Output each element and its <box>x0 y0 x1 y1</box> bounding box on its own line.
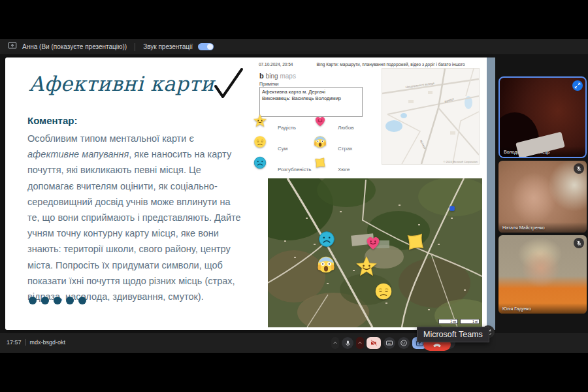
legend-item-sadness: Сум <box>260 141 320 155</box>
presentation-top-bar: Анна (Ви (показуєте презентацію)) Звук п… <box>0 39 588 54</box>
presentation-audio-label: Звук презентації <box>143 43 193 50</box>
presenting-icon <box>8 41 17 53</box>
map-marker-pillow <box>405 231 426 252</box>
progress-dots <box>29 297 86 304</box>
legend-label: Радість <box>278 125 296 131</box>
letterbox-bottom <box>0 353 588 392</box>
notes-label: Примітки <box>259 82 278 86</box>
meeting-stage: Анна (Ви (показуєте презентацію)) Звук п… <box>0 39 588 353</box>
notes-line: Афективна карта м. Дергачі <box>262 89 360 95</box>
slide-paragraph: Особливим типом ментальної карти є афект… <box>27 131 244 304</box>
video-tile-participant-2[interactable]: Наталя Майстренко <box>498 161 587 233</box>
notes-textarea: Афективна карта м. Дергачі Виконавець: В… <box>259 87 363 117</box>
shared-page-scrollbar <box>487 57 495 330</box>
svg-text:cc: cc <box>388 342 391 345</box>
map-copyright: © 2024 Microsoft Corporation <box>444 160 478 163</box>
legend-label: Розгубленість <box>278 167 311 172</box>
mic-button[interactable] <box>342 337 353 349</box>
comment-heading: Коментар: <box>27 115 77 126</box>
mic-options-button[interactable] <box>331 337 339 349</box>
mic-off-icon <box>574 238 584 248</box>
participant-name: Наталя Майстренко <box>502 225 545 230</box>
letterbox-top <box>0 0 588 39</box>
map-scale: 1 км 1 мі <box>438 319 480 324</box>
paragraph-italic: афективне мапування <box>27 149 129 159</box>
satellite-markers-layer <box>268 178 482 327</box>
video-tile-participant-3[interactable]: Юлія Гадунко <box>498 235 587 314</box>
mic-off-icon <box>574 163 584 174</box>
star-face-icon <box>260 121 273 134</box>
legend-item-joy: Радість <box>260 120 320 135</box>
confused-face-icon <box>260 163 273 176</box>
participant-name: Юлія Гадунко <box>502 306 531 311</box>
notes-line: Виконавець: Василець Володимир <box>262 95 360 102</box>
map-marker-bluedot <box>449 204 456 212</box>
camera-options-button[interactable] <box>356 337 364 349</box>
embedded-bing-page: 07.10.2024, 20:54 Bing Карти: маршрути, … <box>253 59 485 329</box>
print-title: Bing Карти: маршрути, планування подорож… <box>299 62 482 67</box>
legend-label: Страх <box>338 146 352 152</box>
popout-icon[interactable] <box>572 80 583 91</box>
legend-label: Хюге <box>338 167 350 172</box>
scale-metric: 1 км <box>438 319 458 324</box>
street-map: Незалежності вулиця вулиця вулиця © 2024… <box>382 68 480 165</box>
fear-face-icon <box>320 142 333 155</box>
pensive-face-icon <box>260 142 273 155</box>
presenter-label: Анна (Ви (показуєте презентацію)) <box>22 43 127 50</box>
legend-item-love: Любов <box>320 120 380 135</box>
meeting-code: mdx-bsgd-okt <box>30 339 66 346</box>
map-marker-heart <box>365 234 382 251</box>
map-marker-fear <box>317 255 335 274</box>
bing-logo-text: bing <box>266 73 278 80</box>
clock: 17:57 <box>7 339 22 346</box>
paragraph-part1: Особливим типом ментальної карти є <box>27 133 194 144</box>
heart-face-icon <box>320 121 333 134</box>
legend-label: Сум <box>278 146 287 152</box>
bing-b-icon: b <box>259 72 264 80</box>
map-marker-confused <box>318 231 335 248</box>
satellite-map: 1 км 1 мі <box>268 178 482 327</box>
toggle-knob <box>207 44 213 50</box>
presentation-audio-toggle[interactable] <box>198 43 214 50</box>
map-marker-star <box>356 256 377 277</box>
participant-name: Володимир Василець <box>504 150 549 154</box>
emotion-legend: Радість Любов Сум Страх Розгубленість Хю… <box>260 120 380 176</box>
bing-maps-logo: bbing maps <box>259 72 296 80</box>
checkmark-icon <box>213 67 244 101</box>
slide-title: Афективні карти <box>29 72 214 95</box>
print-date: 07.10.2024, 20:54 <box>259 62 293 67</box>
shared-slide: Афективні карти Коментар: Особливим типо… <box>5 57 487 330</box>
taskbar-tooltip: Microsoft Teams <box>417 327 489 342</box>
legend-item-fear: Страх <box>320 141 380 155</box>
video-tile-participant-1[interactable]: Володимир Василець <box>498 76 587 158</box>
scale-imperial: 1 мі <box>460 319 480 324</box>
pillow-icon <box>320 163 333 176</box>
legend-item-confusion: Розгубленість <box>260 162 320 176</box>
legend-label: Любов <box>338 125 354 131</box>
meet-window: Анна (Ви (показуєте презентацію)) Звук п… <box>0 0 588 392</box>
reactions-button[interactable] <box>398 337 410 349</box>
topbar-divider <box>135 43 135 51</box>
meet-bottom-bar: 17:57 mdx-bsgd-okt cc ⋮ <box>0 333 588 353</box>
paragraph-part2: , яке наносить на карту почуття, які вик… <box>27 149 241 302</box>
bing-maps-text: maps <box>280 73 295 80</box>
camera-off-button[interactable] <box>367 337 381 349</box>
captions-button[interactable]: cc <box>384 337 395 349</box>
meeting-info: 17:57 mdx-bsgd-okt <box>7 339 65 346</box>
map-marker-pensive <box>374 282 393 301</box>
legend-item-hygge: Хюге <box>320 162 380 176</box>
